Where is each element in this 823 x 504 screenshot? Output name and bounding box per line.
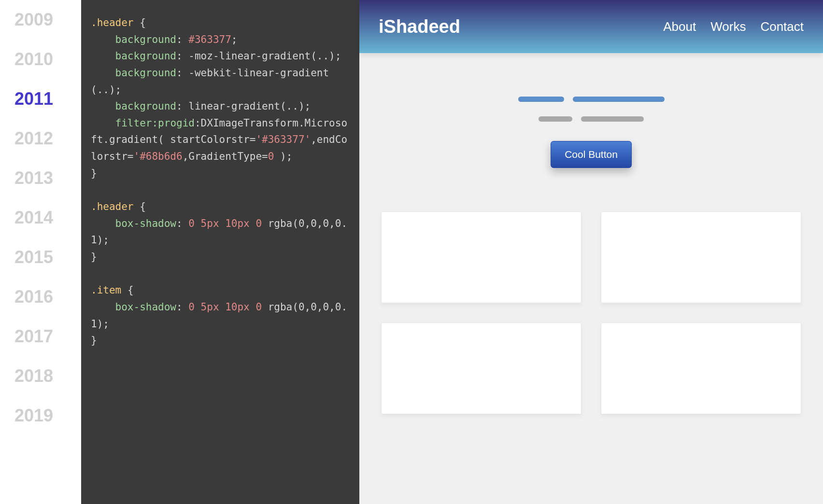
code-panel: .header { background: #363377; backgroun… <box>81 0 359 504</box>
cool-button[interactable]: Cool Button <box>551 141 632 168</box>
timeline-year-2014[interactable]: 2014 <box>0 198 81 238</box>
card-item <box>381 211 582 303</box>
hero-section: Cool Button <box>359 53 823 197</box>
timeline-year-2017[interactable]: 2017 <box>0 317 81 356</box>
code-block-header-1: .header { <box>91 14 350 31</box>
code-line: background: linear-gradient(..); <box>91 98 350 115</box>
code-block-item: .item { <box>91 282 350 299</box>
nav-contact[interactable]: Contact <box>760 19 804 34</box>
code-line <box>91 266 350 282</box>
code-line: } <box>91 249 350 266</box>
code-line: background: -moz-linear-gradient(..); <box>91 48 350 65</box>
code-line: } <box>91 332 350 349</box>
timeline-year-2011[interactable]: 2011 <box>0 79 81 119</box>
card-item <box>381 322 582 414</box>
code-line-filter: filter:progid:DXImageTransform.Microsoft… <box>91 115 350 165</box>
timeline-year-2010[interactable]: 2010 <box>0 40 81 79</box>
placeholder-bar <box>539 116 572 122</box>
code-block-header-2: .header { <box>91 198 350 215</box>
preview-header: iShadeed About Works Contact <box>359 0 823 53</box>
hero-placeholder-text <box>379 97 804 122</box>
nav-works[interactable]: Works <box>710 19 746 34</box>
timeline-year-2012[interactable]: 2012 <box>0 119 81 158</box>
nav: About Works Contact <box>663 19 804 34</box>
placeholder-row <box>518 97 665 102</box>
code-line <box>91 182 350 198</box>
code-line: background: #363377; <box>91 31 350 48</box>
code-line: box-shadow: 0 5px 10px 0 rgba(0,0,0,0.1)… <box>91 215 350 249</box>
card-item <box>601 211 801 303</box>
placeholder-bar <box>581 116 644 122</box>
code-line: background: -webkit-linear-gradient(..); <box>91 65 350 98</box>
brand-logo[interactable]: iShadeed <box>379 16 460 37</box>
code-line: } <box>91 165 350 182</box>
placeholder-bar <box>573 97 665 102</box>
preview-panel: iShadeed About Works Contact Cool Button <box>359 0 823 504</box>
cards-grid <box>359 197 823 429</box>
placeholder-bar <box>518 97 564 102</box>
timeline-year-2009[interactable]: 2009 <box>0 0 81 40</box>
timeline-year-2016[interactable]: 2016 <box>0 277 81 317</box>
timeline-year-2019[interactable]: 2019 <box>0 396 81 435</box>
code-line: box-shadow: 0 5px 10px 0 rgba(0,0,0,0.1)… <box>91 299 350 332</box>
timeline-year-2013[interactable]: 2013 <box>0 158 81 198</box>
timeline-year-2018[interactable]: 2018 <box>0 356 81 396</box>
timeline-sidebar: 2009 2010 2011 2012 2013 2014 2015 2016 … <box>0 0 81 504</box>
nav-about[interactable]: About <box>663 19 696 34</box>
timeline-year-2015[interactable]: 2015 <box>0 238 81 277</box>
placeholder-row <box>539 116 644 122</box>
card-item <box>601 322 801 414</box>
